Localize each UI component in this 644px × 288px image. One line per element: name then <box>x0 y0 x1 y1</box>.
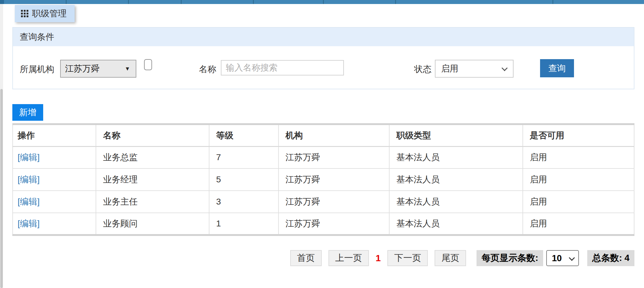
tab-separator <box>552 0 553 4</box>
chevron-down-icon <box>569 255 575 261</box>
org-select[interactable]: 江苏万舜 ▼ <box>60 60 136 78</box>
cell-level: 7 <box>209 146 279 168</box>
org-label: 所属机构 <box>20 63 54 75</box>
cell-enabled: 启用 <box>523 191 634 213</box>
cell-name: 业务主任 <box>96 191 209 213</box>
cell-level: 3 <box>209 191 279 213</box>
chevron-down-icon <box>502 65 508 71</box>
table-row: [编辑] 业务总监 7 江苏万舜 基本法人员 启用 <box>13 146 634 168</box>
status-select[interactable]: 启用 <box>435 60 514 78</box>
query-button[interactable]: 查询 <box>540 59 574 77</box>
cell-enabled: 启用 <box>523 168 634 191</box>
left-scrollbar-thumb[interactable] <box>0 89 3 288</box>
page-size-label: 每页显示条数: <box>477 250 543 266</box>
col-header-org: 机构 <box>279 124 389 146</box>
query-form: 所属机构 江苏万舜 ▼ 名称 状态 启用 查询 <box>13 46 634 89</box>
cell-level: 5 <box>209 168 279 191</box>
table-row: [编辑] 业务主任 3 江苏万舜 基本法人员 启用 <box>13 191 634 213</box>
edit-link[interactable]: [编辑] <box>18 152 40 162</box>
total-count-label: 总条数: 4 <box>587 250 634 266</box>
cell-level: 1 <box>209 213 279 235</box>
edit-link[interactable]: [编辑] <box>18 175 40 184</box>
cell-name: 业务顾问 <box>96 213 209 235</box>
tab-label: 职级管理 <box>32 8 67 19</box>
tab-separator <box>181 0 182 4</box>
query-panel-title: 查询条件 <box>20 31 54 43</box>
tab-separator <box>395 0 396 4</box>
cell-org: 江苏万舜 <box>279 168 389 191</box>
org-select-value: 江苏万舜 <box>65 63 100 75</box>
col-header-name: 名称 <box>96 124 209 146</box>
prev-page-button[interactable]: 上一页 <box>328 250 369 266</box>
col-header-level: 等级 <box>209 124 279 146</box>
grid-icon <box>21 10 28 17</box>
edit-link[interactable]: [编辑] <box>18 219 40 228</box>
cell-name: 业务总监 <box>96 146 209 168</box>
cell-org: 江苏万舜 <box>279 191 389 213</box>
col-header-enabled: 是否可用 <box>523 124 634 146</box>
cell-org: 江苏万舜 <box>279 213 389 235</box>
col-header-type: 职级类型 <box>389 124 522 146</box>
tab-separator <box>253 0 254 4</box>
tab-separator <box>128 0 129 4</box>
browser-tab-strip <box>0 0 644 4</box>
status-select-value: 启用 <box>441 63 458 75</box>
page-size-select[interactable]: 10 <box>546 250 579 266</box>
name-search-input[interactable] <box>221 60 344 75</box>
tab-rank-management[interactable]: 职级管理 <box>15 5 75 22</box>
cell-org: 江苏万舜 <box>279 146 389 168</box>
table-header-row: 操作 名称 等级 机构 职级类型 是否可用 <box>13 124 634 146</box>
first-page-button[interactable]: 首页 <box>290 250 322 266</box>
cell-name: 业务经理 <box>96 168 209 191</box>
page-size-value: 10 <box>552 253 562 263</box>
dropdown-arrow-icon: ▼ <box>125 66 130 72</box>
cell-type: 基本法人员 <box>389 146 522 168</box>
current-page-number: 1 <box>376 253 381 263</box>
table-row: [编辑] 业务顾问 1 江苏万舜 基本法人员 启用 <box>13 213 634 235</box>
tab-separator <box>66 0 67 4</box>
query-panel: 查询条件 所属机构 江苏万舜 ▼ 名称 状态 启用 查询 <box>12 27 634 89</box>
tab-separator <box>323 0 324 4</box>
name-label: 名称 <box>199 63 216 75</box>
add-button[interactable]: 新增 <box>12 104 43 121</box>
col-header-action: 操作 <box>13 124 96 146</box>
cell-enabled: 启用 <box>523 146 634 168</box>
last-page-button[interactable]: 尾页 <box>435 250 466 266</box>
next-page-button[interactable]: 下一页 <box>387 250 428 266</box>
cell-type: 基本法人员 <box>389 213 522 235</box>
cell-enabled: 启用 <box>523 213 634 235</box>
pagination-bar: 首页 上一页 1 下一页 尾页 每页显示条数: 10 总条数: 4 <box>290 250 634 266</box>
cell-type: 基本法人员 <box>389 191 522 213</box>
tab-strip-corner <box>0 0 4 4</box>
edit-link[interactable]: [编辑] <box>18 197 40 206</box>
table-row: [编辑] 业务经理 5 江苏万舜 基本法人员 启用 <box>13 168 634 191</box>
rank-table: 操作 名称 等级 机构 职级类型 是否可用 [编辑] 业务总监 7 江苏万舜 基… <box>12 123 634 236</box>
org-checkbox[interactable] <box>144 59 152 70</box>
status-label: 状态 <box>414 63 431 75</box>
cell-type: 基本法人员 <box>389 168 522 191</box>
query-panel-header: 查询条件 <box>13 28 634 46</box>
left-scrollbar-track[interactable] <box>0 4 3 288</box>
